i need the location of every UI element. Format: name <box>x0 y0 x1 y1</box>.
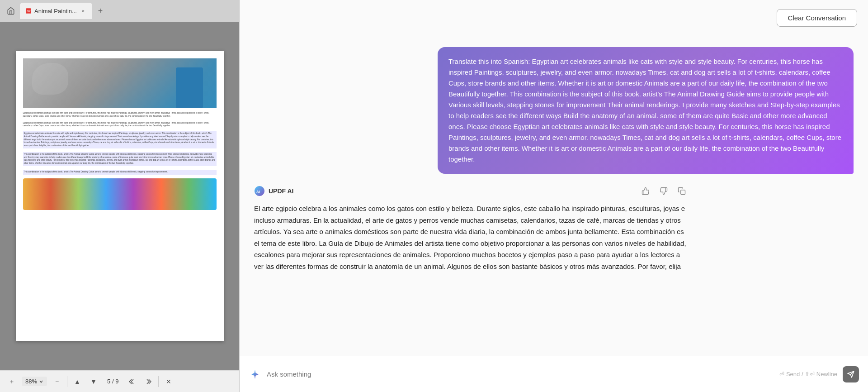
send-icon <box>847 371 854 378</box>
pdf-text-1: Egyptian art celebrates animals like cat… <box>23 112 217 118</box>
updf-logo-icon: AI <box>254 186 265 196</box>
thumbs-down-icon <box>660 187 668 195</box>
right-panel: Clear Conversation Translate this into S… <box>240 0 868 392</box>
toolbar-divider-2 <box>158 376 159 387</box>
thumbs-up-icon <box>642 187 650 195</box>
thumbs-down-button[interactable] <box>657 185 670 197</box>
tab-title: Animal Paintin... <box>34 8 77 14</box>
chat-area: Translate this into Spanish: Egyptian ar… <box>240 36 868 356</box>
send-button[interactable] <box>843 366 859 382</box>
pdf-tab[interactable]: PDF Animal Paintin... × <box>20 3 92 19</box>
clear-conversation-button[interactable]: Clear Conversation <box>777 9 857 27</box>
svg-text:PDF: PDF <box>27 10 31 12</box>
pdf-viewer: Egyptian art celebrates animals like cat… <box>0 22 239 370</box>
toolbar-divider-1 <box>67 376 67 387</box>
nav-first-icon <box>129 378 135 385</box>
left-panel: PDF Animal Paintin... × + Egyptia <box>0 0 240 392</box>
zoom-out-button[interactable]: − <box>51 375 63 388</box>
spark-icon <box>249 368 261 381</box>
chat-input[interactable] <box>267 370 774 378</box>
ai-action-buttons <box>639 185 688 197</box>
pdf-text-5-highlighted: This combination is the subject of this … <box>23 170 217 175</box>
nav-last-button[interactable] <box>142 375 155 388</box>
pdf-page: Egyptian art celebrates animals like cat… <box>16 51 224 341</box>
sparkle-icon <box>250 369 260 380</box>
thumbs-up-button[interactable] <box>639 185 652 197</box>
pdf-image-top <box>23 58 217 108</box>
ai-brand: AI UPDF AI <box>254 186 293 196</box>
pdf-toolbar: + 88% − ▲ ▼ 5 / 9 <box>0 370 239 392</box>
pdf-text-4-highlighted: This combination is the subject of this … <box>23 152 217 166</box>
ai-brand-label: UPDF AI <box>269 187 293 195</box>
input-bar: ⏎ Send / ⇧⏎ Newline <box>240 356 868 392</box>
nav-last-icon <box>145 378 151 385</box>
nav-down-button[interactable]: ▼ <box>87 375 100 388</box>
close-viewer-button[interactable]: ✕ <box>162 375 175 388</box>
tab-close-btn[interactable]: × <box>80 7 87 14</box>
ai-response: AI UPDF AI <box>254 185 688 272</box>
input-hints: ⏎ Send / ⇧⏎ Newline <box>779 371 837 378</box>
top-bar: Clear Conversation <box>240 0 868 36</box>
zoom-value: 88% <box>25 378 37 385</box>
home-button[interactable] <box>4 4 18 18</box>
nav-first-button[interactable] <box>126 375 138 388</box>
zoom-chevron-icon <box>39 379 43 384</box>
svg-rect-4 <box>681 190 685 195</box>
ai-response-text: El arte egipcio celebra a los animales c… <box>254 203 688 272</box>
tab-bar: PDF Animal Paintin... × + <box>0 0 239 22</box>
pdf-text-3-highlighted: Egyptian art celebrates animals like cat… <box>23 131 217 148</box>
copy-button[interactable] <box>675 185 688 197</box>
nav-up-button[interactable]: ▲ <box>71 375 84 388</box>
human-figure <box>176 67 203 108</box>
svg-text:AI: AI <box>256 190 260 194</box>
ai-response-header: AI UPDF AI <box>254 185 688 197</box>
zoom-display: 88% <box>22 377 47 386</box>
user-message-text: Translate this into Spanish: Egyptian ar… <box>448 57 841 163</box>
pdf-pencils-image <box>23 178 217 210</box>
copy-icon <box>678 187 686 195</box>
pdf-text-2: Egyptian art celebrates animals like cat… <box>23 122 217 128</box>
user-message-bubble: Translate this into Spanish: Egyptian ar… <box>438 47 854 174</box>
page-display: 5 / 9 <box>107 378 118 385</box>
zoom-in-button[interactable]: + <box>5 375 18 388</box>
tab-add-button[interactable]: + <box>94 5 107 17</box>
input-hint-text: ⏎ Send / ⇧⏎ Newline <box>779 371 837 378</box>
